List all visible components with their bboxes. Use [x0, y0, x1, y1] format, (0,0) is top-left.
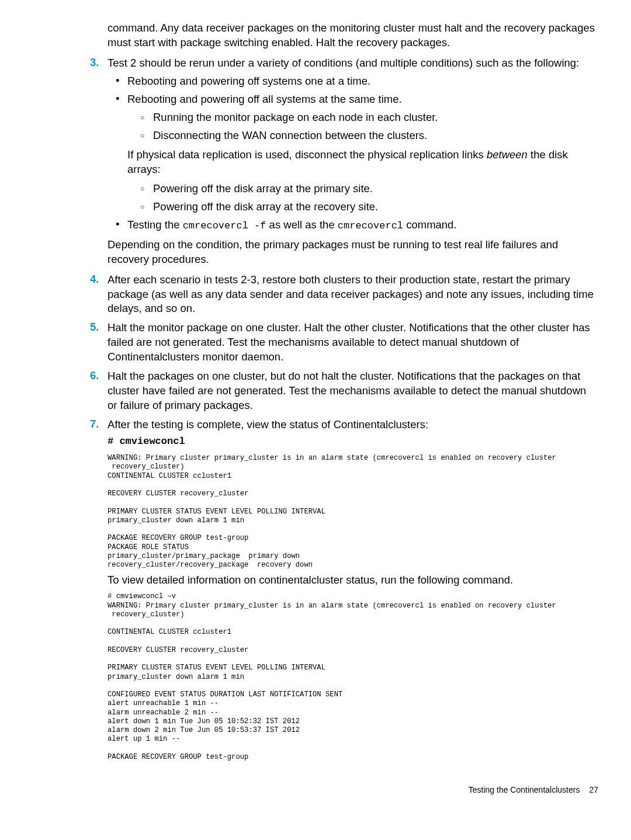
bullet-icon: •	[108, 74, 127, 89]
output-block-2: # cmviewconcl –v WARNING: Primary cluste…	[108, 592, 598, 762]
step-3-closing: Depending on the condition, the primary …	[108, 238, 598, 267]
step-text: Halt the packages on one cluster, but do…	[108, 369, 598, 413]
command-cmviewconcl: # cmviewconcl	[108, 436, 598, 447]
step-number: 7.	[90, 418, 108, 432]
output-block-1: WARNING: Primary cluster primary_cluster…	[108, 454, 598, 570]
footer-title: Testing the Continentalclusters	[469, 785, 580, 794]
bullet-icon: •	[108, 218, 127, 233]
step-6: 6. Halt the packages on one cluster, but…	[33, 369, 598, 413]
bullet-icon: •	[108, 92, 127, 107]
circle-bullet-icon: ○	[127, 182, 153, 196]
sub-bullet-power-recovery: ○ Powering off the disk array at the rec…	[127, 200, 598, 214]
sub-bullet-monitor-pkg: ○ Running the monitor package on each no…	[127, 110, 598, 125]
step-5: 5. Halt the monitor package on one clust…	[33, 321, 598, 365]
bullet-cmrecovercl: • Testing the cmrecovercl -f as well as …	[108, 218, 598, 233]
sub-bullet-power-primary: ○ Powering off the disk array at the pri…	[127, 182, 598, 196]
sub-bullet-disconnect-wan: ○ Disconnecting the WAN connection betwe…	[127, 129, 598, 143]
bullet-reboot-one: • Rebooting and powering off systems one…	[108, 74, 598, 89]
step-text: After each scenario in tests 2-3, restor…	[108, 273, 598, 317]
page-number: 27	[589, 785, 598, 794]
circle-bullet-icon: ○	[127, 110, 153, 125]
circle-bullet-icon: ○	[127, 129, 153, 143]
disk-array-paragraph: If physical data replication is used, di…	[127, 148, 598, 177]
step-number: 5.	[90, 321, 108, 365]
step-number: 6.	[90, 369, 108, 413]
page-footer: Testing the Continentalclusters 27	[33, 785, 598, 794]
code-inline: cmrecovercl	[338, 220, 403, 231]
bullet-reboot-all: • Rebooting and powering off all systems…	[108, 92, 598, 107]
inter-code-paragraph: To view detailed information on continen…	[108, 573, 598, 588]
step-number: 4.	[90, 273, 108, 317]
step-text: After the testing is complete, view the …	[108, 418, 598, 432]
continuation-paragraph: command. Any data receiver packages on t…	[108, 21, 598, 50]
code-inline: cmrecovercl -f	[183, 220, 266, 231]
step-number: 3.	[90, 56, 108, 71]
step-7: 7. After the testing is complete, view t…	[33, 418, 598, 432]
circle-bullet-icon: ○	[127, 200, 153, 214]
step-3: 3. Test 2 should be rerun under a variet…	[33, 56, 598, 71]
step-4: 4. After each scenario in tests 2-3, res…	[33, 273, 598, 317]
step-text: Test 2 should be rerun under a variety o…	[108, 56, 598, 71]
step-text: Halt the monitor package on one cluster.…	[108, 321, 598, 365]
